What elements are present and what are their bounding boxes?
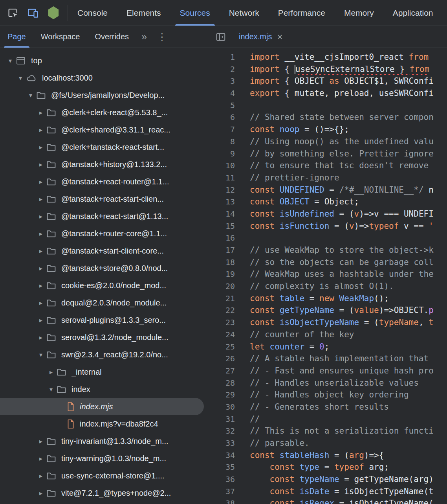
chevron-right-icon[interactable]: ▸	[35, 109, 46, 116]
line-number[interactable]: 29	[208, 389, 242, 401]
code-line[interactable]: 5	[208, 99, 447, 112]
line-number[interactable]: 8	[208, 136, 242, 148]
line-number[interactable]: 32	[208, 425, 242, 437]
code-line[interactable]: 27// - Fast and ensures unique hash pro	[208, 365, 447, 377]
chevron-down-icon[interactable]: ▾	[46, 386, 57, 393]
tree-row-seroval-1-3-2-node-module[interactable]: ▸seroval@1.3.2/node_module...	[0, 329, 208, 346]
tree-row-index[interactable]: ▾index	[0, 381, 208, 398]
code-editor[interactable]: 1import __vite__cjsImport0_react from2im…	[208, 48, 447, 504]
tree-row-tanstack-react-router-1-1[interactable]: ▸@tanstack+react-router@1.1...	[0, 173, 208, 190]
line-number[interactable]: 31	[208, 413, 242, 425]
nav-tab-page[interactable]: Page	[0, 26, 33, 48]
chevron-right-icon[interactable]: ▸	[35, 438, 46, 445]
line-number[interactable]: 3	[208, 75, 242, 87]
more-tabs-icon[interactable]: »	[136, 26, 152, 48]
tree-row-tanstack-start-client-core[interactable]: ▸@tanstack+start-client-core...	[0, 242, 208, 259]
line-number[interactable]: 4	[208, 87, 242, 99]
tab-network[interactable]: Network	[220, 0, 269, 26]
code-line[interactable]: 29// - Handles object key ordering	[208, 389, 447, 401]
line-number[interactable]: 1	[208, 51, 242, 63]
tab-sources[interactable]: Sources	[170, 0, 220, 26]
code-line[interactable]: 20// complexity is almost O(1).	[208, 280, 447, 292]
tree-row-tanstack-history-1-133-2[interactable]: ▸@tanstack+history@1.133.2...	[0, 156, 208, 173]
tree-row-use-sync-external-store-1[interactable]: ▸use-sync-external-store@1....	[0, 467, 208, 484]
inspect-element-icon[interactable]	[6, 7, 19, 19]
code-line[interactable]: 33// parsable.	[208, 437, 447, 449]
chevron-right-icon[interactable]: ▸	[35, 126, 46, 134]
code-line[interactable]: 15const isFunction = (v)=>typeof v == '	[208, 220, 447, 232]
line-number[interactable]: 36	[208, 473, 242, 486]
code-line[interactable]: 35 const type = typeof arg;	[208, 461, 447, 473]
code-line[interactable]: 6// Shared state between server compon	[208, 111, 447, 123]
chevron-down-icon[interactable]: ▾	[35, 351, 46, 359]
overflow-menu-icon[interactable]: ⋮	[152, 26, 172, 48]
code-line[interactable]: 21const table = new WeakMap();	[208, 292, 447, 305]
chevron-right-icon[interactable]: ▸	[35, 195, 46, 203]
code-line[interactable]: 18// so the objects can be garbage coll	[208, 256, 447, 269]
line-number[interactable]: 16	[208, 232, 242, 244]
file-tab-index-mjs[interactable]: index.mjs ×	[232, 26, 290, 48]
chevron-right-icon[interactable]: ▸	[35, 143, 46, 151]
chevron-right-icon[interactable]: ▸	[35, 161, 46, 168]
tab-application[interactable]: Application	[383, 0, 443, 26]
tab-memory[interactable]: Memory	[335, 0, 383, 26]
chevron-down-icon[interactable]: ▾	[25, 92, 36, 99]
line-number[interactable]: 7	[208, 123, 242, 136]
tree-row-tanstack-router-core-1-1[interactable]: ▸@tanstack+router-core@1.1...	[0, 225, 208, 242]
code-line[interactable]: 9// by something else. Prettier ignore	[208, 148, 447, 160]
line-number[interactable]: 18	[208, 256, 242, 269]
code-line[interactable]: 37 const isDate = isObjectTypeName(t	[208, 486, 447, 498]
code-line[interactable]: 28// - Handles unserializable values	[208, 377, 447, 389]
line-number[interactable]: 24	[208, 329, 242, 341]
code-line[interactable]: 8// Using noop() as the undefined valu	[208, 136, 447, 148]
code-line[interactable]: 10// to ensure that tsc doesn't remove	[208, 160, 447, 172]
line-number[interactable]: 30	[208, 401, 242, 413]
line-number[interactable]: 25	[208, 341, 242, 353]
nav-tab-workspace[interactable]: Workspace	[33, 26, 88, 48]
line-number[interactable]: 22	[208, 304, 242, 316]
toggle-device-toolbar-icon[interactable]	[27, 7, 39, 19]
node-hexagon-icon[interactable]	[47, 7, 60, 19]
code-line[interactable]: 3import { OBJECT as OBJECT$1, SWRConfi	[208, 75, 447, 87]
tree-row-tiny-invariant-1-3-3-node-m[interactable]: ▸tiny-invariant@1.3.3/node_m...	[0, 432, 208, 450]
chevron-right-icon[interactable]: ▸	[35, 472, 46, 480]
line-number[interactable]: 23	[208, 316, 242, 329]
line-number[interactable]: 2	[208, 63, 242, 75]
line-number[interactable]: 9	[208, 148, 242, 160]
code-line[interactable]: 25let counter = 0;	[208, 341, 447, 353]
line-number[interactable]: 19	[208, 268, 242, 280]
code-line[interactable]: 38 const isRegex = isObjectTypeName(	[208, 497, 447, 504]
line-number[interactable]: 34	[208, 449, 242, 462]
line-number[interactable]: 17	[208, 244, 242, 256]
code-line[interactable]: 19// WeakMap uses a hashtable under the	[208, 268, 447, 280]
code-line[interactable]: 32// This is not a serialization functi	[208, 425, 447, 437]
code-line[interactable]: 14const isUndefined = (v)=>v === UNDEFI	[208, 208, 447, 220]
code-line[interactable]: 11// prettier-ignore	[208, 172, 447, 184]
tab-close-icon[interactable]: ×	[277, 32, 282, 42]
tab-console[interactable]: Console	[68, 0, 117, 26]
tree-row-internal[interactable]: ▸_internal	[0, 363, 208, 381]
line-number[interactable]: 37	[208, 486, 242, 498]
line-number[interactable]: 11	[208, 172, 242, 184]
line-number[interactable]: 33	[208, 437, 242, 449]
chevron-right-icon[interactable]: ▸	[35, 230, 46, 237]
tree-row-clerk-tanstack-react-start[interactable]: ▸@clerk+tanstack-react-start...	[0, 138, 208, 156]
code-line[interactable]: 36 const typeName = getTypeName(arg)	[208, 473, 447, 486]
chevron-right-icon[interactable]: ▸	[35, 455, 46, 462]
tab-performance[interactable]: Performance	[269, 0, 335, 26]
chevron-down-icon[interactable]: ▾	[5, 57, 16, 64]
code-line[interactable]: 34const stableHash = (arg)=>{	[208, 449, 447, 462]
tree-row-tanstack-store-0-8-0-nod[interactable]: ▸@tanstack+store@0.8.0/nod...	[0, 259, 208, 277]
tree-row-clerk-clerk-react-5-53-8[interactable]: ▸@clerk+clerk-react@5.53.8_...	[0, 104, 208, 121]
hide-navigator-icon[interactable]	[208, 26, 232, 48]
tree-row-dequal-2-0-3-node-module[interactable]: ▸dequal@2.0.3/node_module...	[0, 294, 208, 311]
code-line[interactable]: 12const UNDEFINED = /*#__NOINLINE__*/ n	[208, 184, 447, 196]
line-number[interactable]: 12	[208, 184, 242, 196]
code-line[interactable]: 22const getTypeName = (value)=>OBJECT.p	[208, 304, 447, 316]
line-number[interactable]: 13	[208, 196, 242, 208]
tree-row-cookie-es-2-0-0-node-mod[interactable]: ▸cookie-es@2.0.0/node_mod...	[0, 277, 208, 294]
chevron-right-icon[interactable]: ▸	[35, 489, 46, 497]
chevron-right-icon[interactable]: ▸	[35, 247, 46, 255]
code-line[interactable]: 31//	[208, 413, 447, 425]
code-line[interactable]: 26// A stable hash implementation that	[208, 353, 447, 365]
